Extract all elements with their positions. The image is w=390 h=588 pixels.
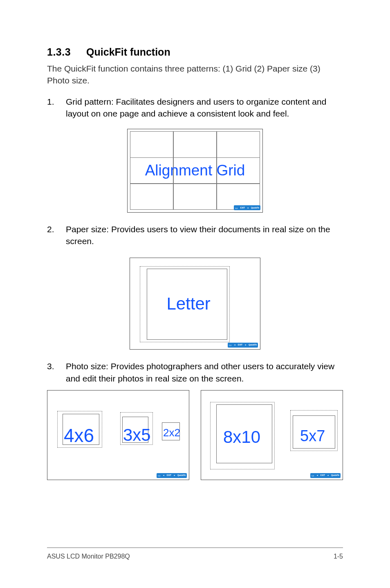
list-text: Paper size: Provides users to view their… xyxy=(66,223,343,247)
osd-badge: ▭ ◂ EXIT ◂ QuickFit xyxy=(228,342,258,348)
osd-triangle-icon: ◂ xyxy=(234,344,235,346)
osd-exit-label: EXIT xyxy=(321,474,325,476)
osd-exit-label: EXIT xyxy=(167,474,171,476)
osd-quickfit-label: QuickFit xyxy=(331,474,339,476)
osd-triangle-icon: ◂ xyxy=(327,474,329,476)
osd-badge: ▭ ◂ EXIT ◂ QuickFit xyxy=(310,473,341,478)
list-number: 1. xyxy=(47,96,66,120)
paper-size-figure: Letter ▭ ◂ EXIT ◂ QuickFit xyxy=(130,258,260,350)
osd-exit-label: EXIT xyxy=(238,344,242,346)
page-footer: ASUS LCD Monitor PB298Q 1-5 xyxy=(47,548,343,561)
osd-quickfit-label: QuickFit xyxy=(177,474,186,476)
osd-icon: ▭ xyxy=(158,474,161,477)
osd-triangle-icon: ◂ xyxy=(247,207,249,209)
section-heading: 1.3.3QuickFit function xyxy=(47,45,343,59)
osd-badge: ▭ ◂ EXIT ◂ QuickFit xyxy=(157,473,187,478)
list-item: 1. Grid pattern: Facilitates designers a… xyxy=(47,96,343,120)
photo-3x5-label: 3x5 xyxy=(123,423,151,447)
paper-label: Letter xyxy=(166,292,210,316)
osd-triangle-icon: ◂ xyxy=(174,474,175,476)
osd-triangle-icon: ◂ xyxy=(317,474,318,476)
list-item: 3. Photo size: Provides photographers an… xyxy=(47,360,343,384)
photo-2x2-label: 2x2 xyxy=(163,425,180,440)
list-item: 2. Paper size: Provides users to view th… xyxy=(47,223,343,247)
osd-icon: ▭ xyxy=(312,474,314,477)
list-text: Photo size: Provides photographers and o… xyxy=(66,360,343,384)
heading-number: 1.3.3 xyxy=(47,45,71,59)
photo-5x7-label: 5x7 xyxy=(300,425,325,447)
osd-quickfit-label: QuickFit xyxy=(249,344,257,346)
photo-4x6-label: 4x6 xyxy=(64,422,94,449)
osd-badge: ▭ EXIT ◂ QuickFit xyxy=(234,205,260,211)
list-number: 2. xyxy=(47,223,66,247)
footer-right: 1-5 xyxy=(334,552,343,561)
grid-label: Alignment Grid xyxy=(145,160,245,181)
osd-exit-label: EXIT xyxy=(240,207,245,209)
alignment-grid-figure: Alignment Grid ▭ EXIT ◂ QuickFit xyxy=(127,129,263,213)
osd-quickfit-label: QuickFit xyxy=(251,207,259,209)
osd-triangle-icon: ◂ xyxy=(245,344,246,346)
osd-triangle-icon: ◂ xyxy=(163,474,164,476)
list-text: Grid pattern: Facilitates designers and … xyxy=(66,96,343,120)
intro-text: The QuickFit function contains three pat… xyxy=(47,63,343,87)
osd-icon: ▭ xyxy=(229,343,232,346)
footer-left: ASUS LCD Monitor PB298Q xyxy=(47,552,130,561)
heading-title: QuickFit function xyxy=(86,46,170,58)
photo-size-figure-2: 8x10 5x7 ▭ ◂ EXIT ◂ QuickFit xyxy=(201,390,343,480)
photo-8x10-label: 8x10 xyxy=(223,425,260,449)
osd-icon: ▭ xyxy=(235,206,238,209)
list-number: 3. xyxy=(47,360,66,384)
photo-size-figure-1: 4x6 3x5 2x2 ▭ ◂ EXIT ◂ QuickFit xyxy=(47,390,189,480)
